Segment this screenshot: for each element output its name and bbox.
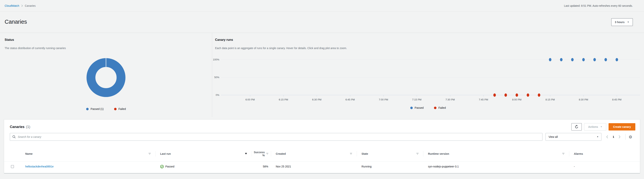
view-filter-value: View all [548,135,558,138]
passed-dot-icon [86,108,89,110]
breadcrumb: CloudWatch Canaries [4,4,36,7]
passed-check-icon [160,165,164,169]
search-box[interactable] [10,133,542,141]
column-header-state[interactable]: State [357,146,423,161]
row-created-cell: Nov 25 2021 [271,165,357,168]
table-settings-gear-icon[interactable]: ⚙︎ [628,135,632,139]
svg-text:100%: 100% [213,58,220,61]
time-range-label: 3 hours [615,20,625,24]
legend-item-failed: Failed [114,107,126,111]
chevron-down-icon: ▼ [596,136,598,138]
svg-text:8:15 PM: 8:15 PM [546,98,555,101]
breadcrumb-chevron-icon [21,4,23,7]
svg-text:6:15 PM: 6:15 PM [279,98,288,101]
column-header-alarms: Alarms [569,146,640,161]
card-header-actions: Actions ▼ Create canary [571,123,635,131]
run-status: Passed [160,165,174,169]
legend-failed-label: Failed [438,106,446,109]
column-header-runtime-version[interactable]: Runtime version [423,146,569,161]
last-updated-text: Last updated: 8:51 PM. Auto-refreshes ev… [564,4,633,7]
canary-name-link[interactable]: hellostackdevhea0891e [25,165,54,168]
canaries-card-header: Canaries(1) Actions ▼ Create canary [4,123,640,131]
time-range-dropdown[interactable]: 3 hours ▼ [611,18,633,26]
breadcrumb-bar: CloudWatch Canaries Last updated: 8:51 P… [4,0,633,11]
column-header-success[interactable]: Success % [252,146,271,161]
column-label: Name [25,152,32,155]
passed-dot-icon [410,107,413,109]
canaries-card: Canaries(1) Actions ▼ Create canary [4,119,640,173]
sort-icon [416,153,418,155]
row-success-cell: 58% [252,165,271,168]
legend-item-passed: Passed (1) [86,107,104,111]
last-run-status-text: Passed [165,165,174,168]
svg-text:8:45 PM: 8:45 PM [612,98,622,101]
svg-text:7:00 PM: 7:00 PM [379,98,388,101]
svg-text:6:30 PM: 6:30 PM [312,98,322,101]
failed-dot-icon [114,108,116,110]
row-select-cell [4,165,22,168]
table-header-row: Name Last run Success % Created State Ru… [4,146,640,162]
svg-text:6:45 PM: 6:45 PM [346,98,355,101]
page-title: Canaries [4,19,27,25]
canary-runs-panel: Canary runs Each data point is an aggreg… [215,33,640,50]
canary-runs-chart[interactable]: 100%50%0%6:00 PM6:15 PM6:30 PM6:45 PM7:0… [212,56,644,106]
svg-text:8:30 PM: 8:30 PM [579,98,588,101]
chevron-down-icon: ▼ [600,126,602,128]
legend-failed-label: Failed [118,107,126,111]
canaries-card-title: Canaries(1) [10,125,30,129]
sort-desc-icon [245,153,247,155]
create-canary-button[interactable]: Create canary [608,123,635,131]
table-filter-row: View all ▼ 1 ⚙︎ [4,133,640,141]
canaries-table: Name Last run Success % Created State Ru… [4,146,640,172]
actions-label: Actions [588,125,598,128]
breadcrumb-canaries: Canaries [25,4,36,7]
failed-dot-icon [434,107,436,109]
column-label: Alarms [574,152,583,155]
row-runtime-cell: syn-nodejs-puppeteer-3.1 [423,165,569,168]
previous-page-button[interactable] [606,135,608,139]
svg-text:7:45 PM: 7:45 PM [479,98,488,101]
next-page-button[interactable] [618,135,621,139]
breadcrumb-cloudwatch-link[interactable]: CloudWatch [4,4,19,7]
svg-text:7:15 PM: 7:15 PM [412,98,422,101]
column-label: Success % [252,151,265,157]
view-filter-dropdown[interactable]: View all ▼ [546,133,602,141]
row-name-cell: hellostackdevhea0891e [22,165,155,168]
column-header-name[interactable]: Name [22,146,155,161]
status-description: The status distribution of currently run… [4,47,207,50]
refresh-button[interactable] [571,123,582,131]
row-alarms-cell: - [569,165,640,168]
legend-item-passed: Passed [410,106,424,109]
column-label: State [362,152,368,155]
row-state-cell: Running [357,165,423,168]
legend-passed-label: Passed [415,106,424,109]
row-checkbox[interactable] [11,165,14,168]
svg-text:50%: 50% [214,76,219,79]
column-label: Last run [160,152,171,155]
status-donut-chart [86,57,126,99]
row-last-run-cell: Passed [155,165,252,169]
status-title: Status [4,38,207,42]
sort-icon [266,153,268,155]
card-title-text: Canaries [10,125,24,129]
actions-dropdown-button[interactable]: Actions ▼ [584,123,606,131]
sort-icon [562,153,564,155]
page-number[interactable]: 1 [612,135,614,138]
column-header-last-run[interactable]: Last run [155,146,252,161]
card-count: (1) [26,125,30,129]
svg-text:7:30 PM: 7:30 PM [446,98,455,101]
sort-icon [350,153,352,155]
legend-passed-label: Passed (1) [90,107,104,111]
column-header-created[interactable]: Created [271,146,357,161]
canary-runs-legend: Passed Failed [212,106,644,109]
search-icon [12,135,16,139]
cloudwatch-canaries-page: { "header": { "breadcrumb": [ { "label":… [0,0,644,179]
chevron-down-icon: ▼ [627,21,629,23]
column-label: Created [276,152,286,155]
search-input[interactable] [18,135,540,138]
table-row: hellostackdevhea0891e Passed 58% Nov 25 … [4,162,640,172]
select-all-column [4,146,22,161]
svg-text:0%: 0% [216,94,219,96]
svg-text:6:00 PM: 6:00 PM [246,98,255,101]
filters-divider [625,134,626,140]
